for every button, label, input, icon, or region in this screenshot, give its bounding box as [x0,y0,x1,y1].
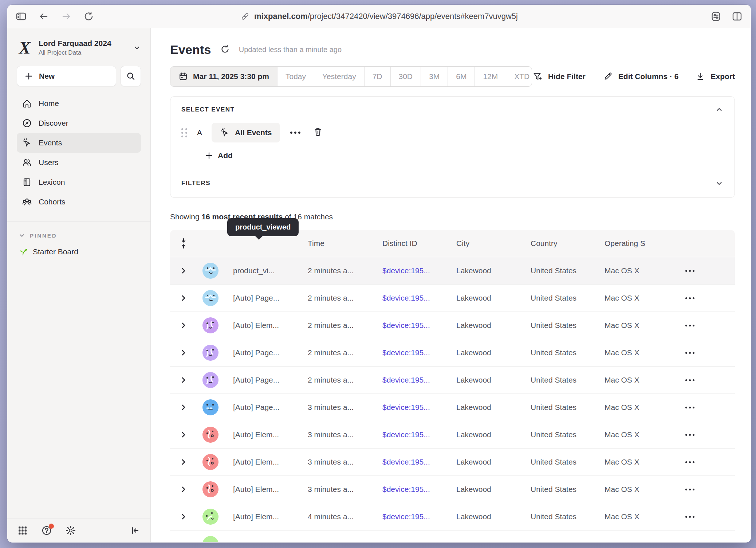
sort-icon[interactable] [170,237,197,250]
sidebar-item-users[interactable]: Users [17,153,141,172]
row-more-icon[interactable] [677,407,735,408]
distinct-id-link[interactable]: $device:195... [373,403,447,412]
expand-row-icon[interactable] [170,322,197,329]
row-more-icon[interactable] [677,297,735,299]
row-more-icon[interactable] [677,352,735,354]
sidebar-item-home[interactable]: Home [17,94,141,113]
export-label: Export [710,72,735,81]
distinct-id-link[interactable]: $device:195... [373,294,447,302]
expand-row-icon[interactable] [170,376,197,384]
chevron-down-icon[interactable] [715,179,724,188]
project-switcher[interactable]: X Lord Farquaad 2024 All Project Data [7,28,150,59]
sidebar-item-starter-board[interactable]: Starter Board [7,243,150,260]
range-yesterday[interactable]: Yesterday [314,67,364,86]
expand-row-icon[interactable] [170,458,197,466]
back-icon[interactable] [38,11,50,22]
expand-row-icon[interactable] [170,294,197,302]
new-button[interactable]: New [17,66,116,86]
date-picker-button[interactable]: Mar 11, 2025 3:30 pm [170,67,277,86]
expand-row-icon[interactable] [170,267,197,274]
col-city[interactable]: City [447,239,521,248]
col-country[interactable]: Country [521,239,595,248]
range-3m[interactable]: 3M [421,67,448,86]
row-more-icon[interactable] [677,461,735,463]
address-bar[interactable]: mixpanel.com/project/3472420/view/397469… [240,5,518,28]
distinct-id-link[interactable]: $device:195... [373,321,447,330]
row-more-icon[interactable] [677,379,735,381]
event-name[interactable]: [Auto] Elem... [224,512,299,521]
forward-icon[interactable] [60,11,72,22]
sidebar-item-cohorts[interactable]: Cohorts [17,192,141,212]
distinct-id-link[interactable]: $device:195... [373,512,447,521]
row-more-icon[interactable] [677,325,735,326]
apps-grid-icon[interactable] [17,525,28,536]
distinct-id-link[interactable]: $device:195... [373,430,447,439]
trash-icon[interactable] [313,127,323,138]
distinct-id-link[interactable]: $device:195... [373,376,447,384]
event-name[interactable]: [Auto] Page... [224,348,299,357]
event-selector-chip[interactable]: All Events [212,123,280,142]
event-name[interactable]: [Auto] Page... [224,376,299,384]
edit-columns-button[interactable]: Edit Columns · 6 [602,71,679,82]
distinct-id-link[interactable]: $device:195... [373,348,447,357]
table-row[interactable]: [Auto] Elem... 3 minutes a... $device:19… [170,421,735,448]
col-os[interactable]: Operating S [595,239,677,248]
table-row[interactable]: [Auto] Elem... 3 minutes a... $device:19… [170,475,735,503]
range-6m[interactable]: 6M [448,67,475,86]
table-row[interactable]: product_vi... 2 minutes a... $device:195… [170,257,735,284]
sidebar-toggle-icon[interactable] [15,11,27,22]
row-more-icon[interactable] [677,489,735,490]
table-row[interactable]: [Auto] Elem... 2 minutes a... $device:19… [170,312,735,339]
distinct-id-link[interactable]: $device:195... [373,485,447,494]
collapse-sidebar-icon[interactable] [129,525,141,536]
expand-row-icon[interactable] [170,431,197,438]
pinned-section-header[interactable]: PINNED [7,222,150,243]
hide-filter-button[interactable]: Hide Filter [532,71,586,82]
table-row[interactable] [170,530,735,542]
event-name[interactable]: product_vi... [224,266,299,275]
expand-row-icon[interactable] [170,486,197,493]
page-settings-icon[interactable] [710,11,722,22]
range-12m[interactable]: 12M [475,67,506,86]
range-today[interactable]: Today [277,67,314,86]
split-view-icon[interactable] [731,11,743,22]
drag-handle-icon[interactable] [181,128,188,137]
event-name[interactable]: [Auto] Page... [224,294,299,302]
table-row[interactable]: [Auto] Page... 3 minutes a... $device:19… [170,394,735,421]
range-7d[interactable]: 7D [364,67,390,86]
reload-icon[interactable] [83,11,95,22]
table-row[interactable]: [Auto] Page... 2 minutes a... $device:19… [170,284,735,312]
row-more-icon[interactable] [677,434,735,436]
event-name[interactable]: [Auto] Elem... [224,321,299,330]
distinct-id-link[interactable]: $device:195... [373,458,447,466]
event-name[interactable]: [Auto] Page... [224,403,299,412]
expand-row-icon[interactable] [170,513,197,520]
range-xtd[interactable]: XTD [506,67,532,86]
table-row[interactable]: [Auto] Elem... 4 minutes a... $device:19… [170,503,735,530]
search-button[interactable] [121,66,141,86]
table-row[interactable]: [Auto] Page... 2 minutes a... $device:19… [170,339,735,366]
expand-row-icon[interactable] [170,404,197,411]
col-distinct-id[interactable]: Distinct ID [373,239,447,248]
sidebar-item-discover[interactable]: Discover [17,113,141,133]
help-icon[interactable] [41,525,52,536]
row-more-icon[interactable] [677,516,735,518]
col-time[interactable]: Time [299,239,373,248]
sidebar-item-lexicon[interactable]: Lexicon [17,172,141,192]
table-row[interactable]: [Auto] Elem... 3 minutes a... $device:19… [170,448,735,475]
add-event-button[interactable]: Add [205,151,233,160]
gear-icon[interactable] [65,525,76,536]
event-name[interactable]: [Auto] Elem... [224,430,299,439]
row-more-icon[interactable] [677,270,735,272]
expand-row-icon[interactable] [170,349,197,356]
table-row[interactable]: [Auto] Page... 2 minutes a... $device:19… [170,366,735,394]
chevron-up-icon[interactable] [715,105,724,114]
export-button[interactable]: Export [695,71,735,82]
refresh-icon[interactable] [220,44,230,56]
event-name[interactable]: [Auto] Elem... [224,458,299,466]
range-30d[interactable]: 30D [390,67,421,86]
sidebar-item-events[interactable]: Events [17,133,141,153]
event-name[interactable]: [Auto] Elem... [224,485,299,494]
distinct-id-link[interactable]: $device:195... [373,266,447,275]
event-options-icon[interactable] [290,132,300,134]
